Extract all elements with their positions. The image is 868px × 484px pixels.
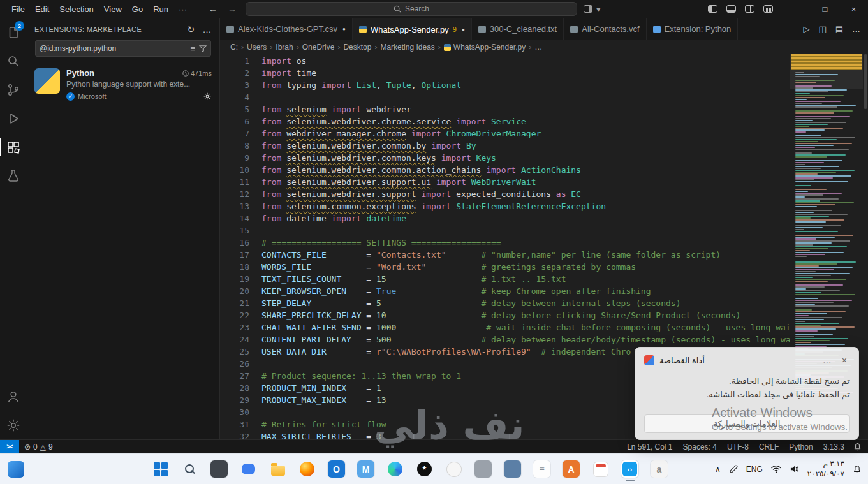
run-button[interactable]: ▷ [803, 24, 809, 34]
breadcrumb-separator: › [297, 43, 299, 52]
breadcrumb-item-onedrive[interactable]: OneDrive [302, 43, 335, 52]
code-line: 18WORDS_FILE = "Word.txt" # greetings se… [220, 261, 790, 273]
command-center-search[interactable]: Search [246, 2, 577, 16]
notifications-bell-icon[interactable] [844, 443, 868, 451]
breadcrumb-item-users[interactable]: Users [247, 43, 267, 52]
customize-layout-icon[interactable] [763, 5, 773, 13]
status-3-13-3[interactable]: 3.13.3 [823, 443, 844, 451]
pen-icon[interactable] [729, 465, 738, 474]
maximize-button[interactable]: □ [811, 0, 839, 18]
sidebar-item-extensions[interactable] [0, 133, 27, 161]
taskbar-light-circle-app[interactable] [445, 460, 462, 478]
taskbar-chat-app[interactable] [240, 460, 257, 478]
taskbar-start-button[interactable] [152, 460, 169, 478]
sidebar-item-explorer[interactable]: 2 [0, 18, 27, 47]
code-line: 14from datetime import datetime [220, 212, 790, 224]
scrollbar-thumb[interactable] [864, 54, 867, 109]
taskbar-outlook[interactable]: O [328, 460, 345, 478]
tray-chevron-icon[interactable]: ∧ [715, 465, 721, 474]
tab-whatsapp-sender-py[interactable]: WhatsApp-Sender.py9● [353, 18, 472, 40]
taskbar-search-button[interactable] [181, 460, 198, 478]
menu-edit[interactable]: Edit [30, 3, 54, 16]
taskbar-chatgpt[interactable]: * [416, 460, 433, 478]
notification-center-icon[interactable] [853, 465, 862, 474]
toggle-primary-sidebar-icon[interactable] [708, 5, 717, 13]
split-editor-button[interactable]: ◫ [818, 24, 826, 34]
extension-settings-icon[interactable] [203, 92, 212, 101]
line-number: 1 [220, 55, 249, 67]
toggle-secondary-sidebar-icon[interactable] [745, 5, 754, 13]
taskbar-firefox[interactable] [298, 460, 316, 478]
taskbar-vscode[interactable]: ‹› [621, 460, 638, 478]
menu-more[interactable]: ··· [173, 3, 192, 16]
account-button[interactable] [0, 382, 27, 411]
taskbar-white-app[interactable]: a [651, 460, 668, 478]
menu-run[interactable]: Run [148, 3, 173, 16]
status-crlf[interactable]: CRLF [759, 443, 779, 451]
taskbar-orange-doc-app[interactable]: A [563, 460, 580, 478]
settings-button[interactable] [0, 411, 27, 439]
breadcrumb-item-whatsapp-sender-py[interactable]: WhatsApp-Sender.py [444, 43, 526, 52]
line-number: 14 [220, 212, 249, 224]
forward-button[interactable]: → [228, 4, 237, 14]
taskbar-notepad[interactable]: ≡ [533, 460, 550, 478]
sidebar-item-search[interactable] [0, 47, 27, 75]
more-actions-icon[interactable]: … [203, 24, 212, 34]
widgets-button[interactable] [8, 461, 24, 478]
breadcrumb-item-ibrah[interactable]: Ibrah [276, 43, 293, 52]
minimize-button[interactable]: – [782, 0, 811, 18]
toggle-panel-button[interactable]: ▤ [835, 24, 843, 34]
status-utf-8[interactable]: UTF-8 [727, 443, 749, 451]
extension-item-python[interactable]: Python 471ms Python language support wit… [27, 62, 219, 107]
python-file-icon [359, 26, 367, 33]
menu-view[interactable]: View [99, 3, 127, 16]
filter-list-icon[interactable]: ≡ [190, 44, 195, 54]
language-indicator[interactable]: ENG [746, 465, 763, 474]
taskbar-file-explorer[interactable] [269, 460, 286, 478]
toggle-panel-icon[interactable] [726, 5, 736, 13]
clock[interactable]: ٣:١٣ م ٢٠٢٥/٠٩/٠٧ [807, 459, 844, 479]
code-line: 23CHAT_WAIT_AFTER_SEND = 1000 # wait ins… [220, 321, 790, 334]
notification-close-button[interactable]: × [839, 355, 850, 365]
taskbar-mail-app[interactable]: M [357, 460, 374, 478]
sidebar-item-source-control[interactable] [0, 75, 27, 104]
tab-extension-python[interactable]: Extension: Python [647, 18, 739, 40]
editor-scrollbar[interactable] [863, 54, 868, 439]
status-python[interactable]: Python [789, 443, 813, 451]
refresh-icon[interactable]: ↻ [187, 24, 195, 34]
chevron-down-icon[interactable]: ▾ [596, 4, 601, 14]
close-button[interactable]: × [839, 0, 868, 18]
tab-300-c-cleaned-txt[interactable]: 300-C_cleaned.txt [472, 18, 564, 40]
breadcrumb-item-desktop[interactable]: Desktop [343, 43, 371, 52]
taskbar-card-app[interactable] [592, 460, 609, 478]
layout-presets-icon[interactable] [584, 5, 592, 13]
breadcrumb-item-[interactable]: … [534, 43, 542, 52]
taskbar-steel-app[interactable] [504, 460, 521, 478]
minimap-slider[interactable] [790, 54, 863, 89]
explorer-badge: 2 [15, 21, 24, 31]
sidebar-item-run-debug[interactable] [0, 104, 27, 133]
tab-alex-kids-clothes-gpt-csv[interactable]: Alex-Kids-Clothes-GPT.csv● [220, 18, 353, 40]
menu-selection[interactable]: Selection [54, 3, 98, 16]
status-ln-591-col-1[interactable]: Ln 591, Col 1 [627, 443, 672, 451]
volume-icon[interactable] [790, 465, 799, 473]
tab-all-contacts-vcf[interactable]: All-Contacts.vcf [564, 18, 646, 40]
menu-file[interactable]: File [6, 3, 30, 16]
notification-action-button[interactable]: العلامات والمشاركة [644, 414, 850, 433]
breadcrumb-item-marketing-ideas[interactable]: Marketing Ideas [380, 43, 434, 52]
status-spaces-4[interactable]: Spaces: 4 [683, 443, 717, 451]
problems-indicator[interactable]: ⊘ 0 △ 9 [19, 443, 58, 451]
back-button[interactable]: ← [209, 4, 217, 14]
menu-go[interactable]: Go [127, 3, 148, 16]
editor-more-actions-button[interactable]: … [852, 24, 860, 34]
taskbar-dark-app[interactable] [210, 460, 228, 478]
remote-indicator[interactable]: >< [0, 440, 19, 453]
taskbar-gray-app[interactable] [474, 460, 492, 478]
filter-funnel-icon[interactable] [199, 45, 207, 52]
taskbar-browser-sphere-app[interactable] [386, 460, 404, 478]
wifi-icon[interactable] [771, 465, 781, 473]
sidebar-item-testing[interactable] [0, 161, 27, 190]
extensions-search-input[interactable] [40, 44, 186, 53]
breadcrumb-item-c[interactable]: C: [230, 43, 238, 52]
notification-more-button[interactable]: … [820, 355, 834, 365]
